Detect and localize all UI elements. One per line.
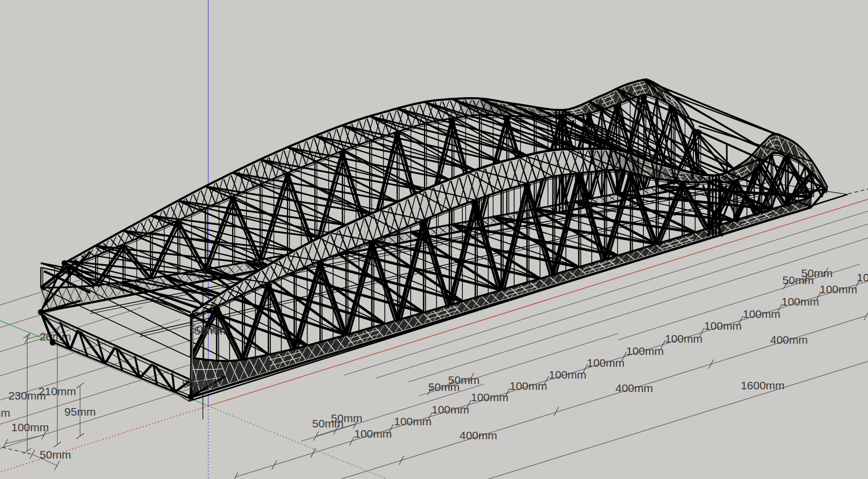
svg-text:100mm: 100mm — [704, 320, 742, 332]
svg-text:50mm: 50mm — [331, 412, 362, 424]
svg-text:400mm: 400mm — [770, 333, 808, 346]
svg-text:100mm: 100mm — [394, 415, 432, 427]
svg-text:100mm: 100mm — [549, 368, 586, 381]
svg-text:50mm: 50mm — [195, 324, 226, 337]
svg-text:100mm: 100mm — [743, 308, 780, 320]
svg-text:100mm: 100mm — [587, 357, 625, 369]
svg-text:400mm: 400mm — [460, 429, 497, 441]
svg-text:100mm: 100mm — [665, 332, 702, 345]
svg-text:100mm: 100mm — [0, 407, 10, 419]
svg-text:210mm: 210mm — [39, 385, 76, 397]
svg-text:100mm: 100mm — [354, 427, 392, 440]
svg-text:100mm: 100mm — [11, 421, 49, 433]
svg-text:100mm: 100mm — [857, 271, 868, 284]
svg-text:50mm: 50mm — [448, 374, 479, 386]
svg-text:400mm: 400mm — [615, 382, 653, 394]
svg-text:95mm: 95mm — [64, 405, 96, 418]
svg-text:100mm: 100mm — [510, 380, 547, 392]
svg-text:100mm: 100mm — [471, 391, 508, 403]
svg-text:1600mm: 1600mm — [741, 379, 785, 391]
svg-text:100mm: 100mm — [432, 403, 469, 416]
svg-text:100mm: 100mm — [820, 283, 857, 295]
svg-text:100mm: 100mm — [781, 295, 819, 308]
svg-text:100mm: 100mm — [626, 345, 664, 357]
svg-text:20mm: 20mm — [187, 376, 218, 388]
svg-text:50mm: 50mm — [40, 448, 71, 461]
